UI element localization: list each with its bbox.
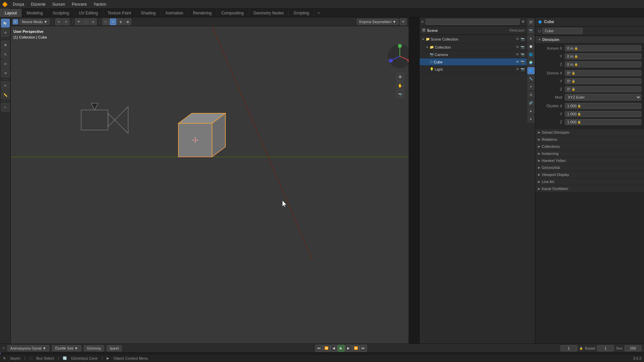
camera-row[interactable]: 📷 Camera 👁 📷 <box>420 51 527 58</box>
scale-tool[interactable]: ⇔ <box>1 59 10 68</box>
end-frame-input[interactable] <box>625 345 641 351</box>
instancing-section[interactable]: ▶ Instancing <box>535 150 644 157</box>
location-z-lock[interactable]: 🔒 <box>574 62 578 66</box>
location-x-value[interactable]: 0 m 🔒 <box>565 45 641 51</box>
annotate-tool[interactable]: ✏ <box>1 81 10 90</box>
viewport-xray-icon[interactable]: ◎ <box>90 18 97 25</box>
move-tool[interactable]: ✥ <box>1 41 10 49</box>
light-render[interactable]: 📷 <box>521 67 525 71</box>
scene-collection-eye[interactable]: 👁 <box>516 37 519 41</box>
timeline-view-btn[interactable]: Görünüş <box>84 345 104 351</box>
light-row[interactable]: 💡 Light 👁 📷 <box>420 66 527 73</box>
location-y-lock[interactable]: 🔒 <box>574 54 578 58</box>
scale-z-value[interactable]: 1.000 🔒 <box>565 119 641 125</box>
collection-eye[interactable]: 👁 <box>516 45 519 49</box>
material-shading[interactable]: ◑ <box>117 18 124 25</box>
next-frame-btn[interactable]: ▶ <box>345 345 352 352</box>
prop-render-icon[interactable]: 📷 <box>527 27 535 34</box>
prev-frame-btn[interactable]: ◀ <box>330 345 337 352</box>
light-eye[interactable]: 👁 <box>516 67 519 71</box>
render-shading[interactable]: ◉ <box>124 18 131 25</box>
collection-row[interactable]: ▼ 📁 Collection 👁 📷 <box>420 44 527 51</box>
viewport-overlay-icon[interactable]: ⬚ <box>83 18 89 25</box>
prop-output-icon[interactable]: 🖥 <box>527 35 535 42</box>
menu-sunum[interactable]: Sunum <box>49 1 68 8</box>
prop-object-icon[interactable]: 🔷 <box>527 67 535 74</box>
transform-tool[interactable]: ⟲ <box>1 69 10 77</box>
menu-dosya[interactable]: Dosya <box>9 1 28 8</box>
scale-y-lock[interactable]: 🔒 <box>577 112 581 116</box>
rotation-z-value[interactable]: 0° 🔒 <box>565 86 641 92</box>
outliner-search[interactable] <box>426 19 520 25</box>
play-btn[interactable]: ▶ <box>337 345 345 352</box>
menu-duzenle[interactable]: Düzenle <box>28 1 49 8</box>
main-viewport[interactable]: ⊕ ✋ 📷 User Perspective (1) Collection | … <box>11 26 409 344</box>
cube-row[interactable]: ⬡ Cube 👁 📷 <box>420 58 527 66</box>
location-y-value[interactable]: 0 m 🔒 <box>565 53 641 59</box>
scale-x-lock[interactable]: 🔒 <box>577 104 581 108</box>
tab-modeling[interactable]: Modeling <box>22 9 48 17</box>
scale-x-value[interactable]: 1.000 🔒 <box>565 103 641 109</box>
feature-set-btn[interactable]: Özellik Seti ▼ <box>52 345 81 351</box>
visibility-section[interactable]: ▶ Görünürlük <box>535 164 644 171</box>
rotation-y-lock[interactable]: 🔒 <box>572 79 576 83</box>
prop-view-layer-icon[interactable]: 🔲 <box>527 43 535 50</box>
cursor-tool[interactable]: ✛ <box>1 28 10 37</box>
rotate-tool[interactable]: ↻ <box>1 50 10 59</box>
relations-section[interactable]: ▶ Relations <box>535 136 644 143</box>
scale-y-value[interactable]: 1.000 🔒 <box>565 111 641 117</box>
prop-data-icon[interactable]: ▲ <box>527 107 535 115</box>
prop-scene-icon[interactable]: 🎬 <box>527 19 535 26</box>
prop-object-name-input[interactable] <box>542 28 583 34</box>
camera-render[interactable]: 📷 <box>521 53 525 56</box>
viewport-props-icon[interactable]: ⚙ <box>400 18 407 25</box>
current-frame-input[interactable] <box>560 345 577 351</box>
viewport-local-icon[interactable]: G <box>55 18 62 25</box>
measure-tool[interactable]: 📏 <box>1 90 10 99</box>
rotation-x-lock[interactable]: 🔒 <box>572 71 576 75</box>
select-tool[interactable] <box>1 19 10 27</box>
location-x-lock[interactable]: 🔒 <box>574 46 578 50</box>
clip-options-btn[interactable]: Kırpma Seçenekleri ▼ <box>357 19 398 25</box>
scale-z-lock[interactable]: 🔒 <box>577 120 581 124</box>
menu-pencere[interactable]: Pencere <box>68 1 90 8</box>
rotation-z-lock[interactable]: 🔒 <box>572 87 576 91</box>
tab-scripting[interactable]: Scripting <box>289 9 314 17</box>
tab-shading[interactable]: Shading <box>136 9 161 17</box>
rotation-mode-select[interactable]: XYZ Euler <box>565 94 641 101</box>
scene-collection-row[interactable]: ▼ 📁 Scene Collection 👁 📷 <box>420 35 527 44</box>
line-art-section[interactable]: ▶ Line Art <box>535 178 644 185</box>
channel-props-section[interactable]: ▶ Kanal Özellikleri <box>535 185 644 192</box>
scene-collection-render[interactable]: 📷 <box>521 37 525 41</box>
location-z-value[interactable]: 0 m 🔒 <box>565 61 641 67</box>
cube-render[interactable]: 📷 <box>521 60 525 64</box>
start-frame-input[interactable] <box>597 345 614 351</box>
jump-prev-btn[interactable]: ⏪ <box>323 345 330 352</box>
viewport-show-icon[interactable]: 👁 <box>75 18 82 25</box>
object-mode-dropdown[interactable]: Nesne Modu ▼ <box>19 19 50 25</box>
prop-material-icon[interactable]: ● <box>527 115 535 123</box>
tab-compositing[interactable]: Compositing <box>217 9 249 17</box>
prop-scene-settings-icon[interactable]: 🌐 <box>527 51 535 58</box>
cube-eye[interactable]: 👁 <box>516 60 519 64</box>
viewport-display-section[interactable]: ▶ Viewport Display <box>535 171 644 178</box>
tab-uv-editing[interactable]: UV Editing <box>74 9 103 17</box>
wireframe-shading[interactable]: ▢ <box>102 18 109 25</box>
timeline-marker-btn[interactable]: İşaret <box>107 345 122 351</box>
tab-texture-paint[interactable]: Texture Paint <box>103 9 136 17</box>
outliner-filter-icon[interactable]: ⚙ <box>522 20 525 23</box>
motion-paths-section[interactable]: ▶ Hareket Yolları: <box>535 157 644 164</box>
add-tool[interactable]: + <box>1 103 10 112</box>
tab-animation[interactable]: Animation <box>161 9 188 17</box>
viewport-snap-icon[interactable]: ⊙ <box>63 18 69 25</box>
tab-layout[interactable]: Layout <box>0 9 22 17</box>
frame-lock-icon[interactable]: 🔒 <box>579 347 583 350</box>
tab-add-button[interactable]: + <box>314 9 323 17</box>
transform-section-header[interactable]: ▼ Dönüşüm <box>535 36 644 43</box>
jump-start-btn[interactable]: ⏮ <box>315 345 323 352</box>
prop-modifier-icon[interactable]: 🔧 <box>527 75 535 82</box>
visual-transform-section[interactable]: ▶ Görsel Dönüşüm <box>535 129 644 136</box>
animation-play-btn[interactable]: Animasyonu Oynat ▼ <box>7 345 49 351</box>
tab-geometry-nodes[interactable]: Geometry Nodes <box>249 9 289 17</box>
rotation-y-value[interactable]: 0° 🔒 <box>565 78 641 84</box>
